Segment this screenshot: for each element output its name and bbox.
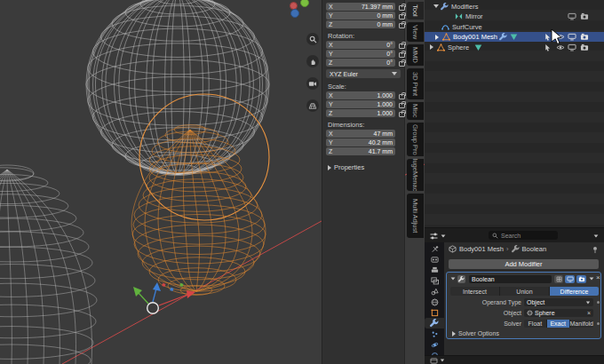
monitor-icon[interactable] [568,33,576,41]
outliner-row-mirror[interactable]: Mirror [425,12,604,22]
chevron-down-icon[interactable] [441,360,444,362]
tab-view-layer-properties[interactable] [425,275,444,286]
operation-difference[interactable]: Difference [550,287,599,296]
tab-mmd[interactable]: MMD [407,44,424,66]
camera-icon[interactable] [580,44,589,51]
blender-window: Location: X 71.397 mm Y 0 mm Z 0 mm Rota… [0,0,604,364]
breadcrumb-object[interactable]: Body001 Mesh [459,245,504,253]
outliner[interactable]: Modifiers Mirror SurfCurve [425,0,604,227]
location-label: Location: [328,0,354,2]
location-y-field[interactable]: Y 0 mm [326,12,395,20]
rotation-y-field[interactable]: Y 0° [326,50,395,58]
zoom-button[interactable] [306,33,319,45]
tab-tool[interactable]: Tool [407,2,424,20]
breadcrumb-modifier[interactable]: Boolean [522,245,547,253]
wrench-icon [512,245,520,253]
tab-render-properties[interactable] [425,254,444,265]
pin-icon[interactable] [592,246,599,254]
search-input[interactable]: Search [489,231,558,240]
mesh-data-icon[interactable] [474,44,482,51]
realtime-display-toggle[interactable] [565,275,575,283]
tab-object-properties[interactable] [425,307,444,318]
rotation-x-field[interactable]: X 0° [326,41,395,49]
lock-icon[interactable] [399,3,405,11]
decorator-dot[interactable] [597,322,600,325]
tab-world-properties[interactable] [425,297,444,307]
dimensions-z-field[interactable]: Z 41.7 mm [326,147,395,155]
curve-icon [441,23,449,31]
lock-icon[interactable] [399,109,405,117]
tab-hugemenace[interactable]: HugeMenace [407,159,424,191]
tab-physics-properties[interactable] [425,339,444,350]
clear-object-icon[interactable]: × [587,310,591,316]
lock-icon[interactable] [399,91,405,99]
lock-icon[interactable] [399,59,405,67]
scale-y-field[interactable]: Y 1.000 [326,100,395,108]
perspective-toggle-button[interactable] [306,99,319,112]
pan-button[interactable] [306,55,319,67]
tab-scene-properties[interactable] [425,286,444,297]
solver-float[interactable]: Float [524,320,547,328]
outliner-row-sphere[interactable]: Sphere [425,42,604,52]
lock-icon[interactable] [399,50,405,58]
nav-gizmo-z-axis-ball[interactable] [290,9,299,18]
lock-icon[interactable] [399,41,405,49]
monitor-icon[interactable] [568,12,576,20]
chevron-down-icon[interactable] [594,234,599,237]
scale-x-field[interactable]: X 1.000 [326,91,395,99]
properties-section-header[interactable]: Properties [328,163,364,171]
dimensions-x-field[interactable]: X 47 mm [326,130,395,138]
render-display-toggle[interactable] [576,275,586,283]
chevron-down-icon[interactable] [590,277,594,280]
wrench-icon[interactable] [499,33,507,41]
tab-view[interactable]: View [407,22,424,42]
location-x-field[interactable]: X 71.397 mm [326,3,395,11]
edit-mode-toggle[interactable] [554,275,563,283]
tab-3d-print[interactable]: 3D Print [407,68,424,99]
chevron-down-icon[interactable] [433,4,439,8]
properties-editor-icon[interactable] [429,232,439,241]
tab-output-properties[interactable] [425,265,444,275]
camera-icon [308,80,317,88]
operation-segmented-control: Intersect Union Difference [450,287,599,296]
modifier-name-field[interactable]: Boolean [469,275,552,283]
tab-multi-adjust[interactable]: Multi Adjust [407,194,424,238]
rotation-z-field[interactable]: Z 0° [326,59,395,67]
chevron-right-icon[interactable] [435,35,439,40]
tab-particles-properties[interactable] [425,328,444,339]
object-field[interactable]: Sphere × [524,309,593,317]
editor-type-icon[interactable] [430,358,438,364]
lock-icon[interactable] [399,12,405,20]
tab-misc[interactable]: Misc [407,102,424,120]
tab-group-pro[interactable]: Group Pro [407,123,424,156]
chevron-right-icon[interactable] [430,44,433,50]
location-z-field[interactable]: Z 0 mm [326,20,395,28]
outliner-row-modifiers[interactable]: Modifiers [425,1,604,12]
camera-view-button[interactable] [306,77,319,90]
outliner-row-surfcurve[interactable]: SurfCurve [425,21,604,32]
close-icon[interactable]: × [596,274,600,281]
operation-union[interactable]: Union [500,287,550,296]
solver-manifold[interactable]: Manifold [570,320,593,328]
monitor-icon[interactable] [568,44,576,51]
camera-icon[interactable] [580,12,589,20]
tab-tool-properties[interactable] [425,243,444,254]
chevron-down-icon[interactable] [451,277,456,280]
bottom-editor-strip [425,355,604,364]
solver-options-header[interactable]: Solver Options [452,330,499,336]
operation-intersect[interactable]: Intersect [450,287,500,296]
dimensions-y-field[interactable]: Y 40.2 mm [326,138,395,146]
solver-exact[interactable]: Exact [547,320,570,328]
add-modifier-button[interactable]: Add Modifier [449,259,599,269]
mesh-data-icon[interactable] [510,33,518,41]
camera-icon[interactable] [580,33,589,41]
rotation-mode-dropdown[interactable]: XYZ Euler [326,69,401,78]
scale-z-field[interactable]: Z 1.000 [326,109,395,117]
lock-icon[interactable] [399,20,405,28]
decorator-dot[interactable] [597,301,600,304]
lock-icon[interactable] [399,100,405,108]
operand-type-dropdown[interactable]: Object [524,298,593,306]
outliner-row-body001-mesh[interactable]: Body001 Mesh [425,32,604,43]
tab-modifier-properties[interactable] [425,318,444,328]
chevron-down-icon[interactable] [441,234,446,237]
